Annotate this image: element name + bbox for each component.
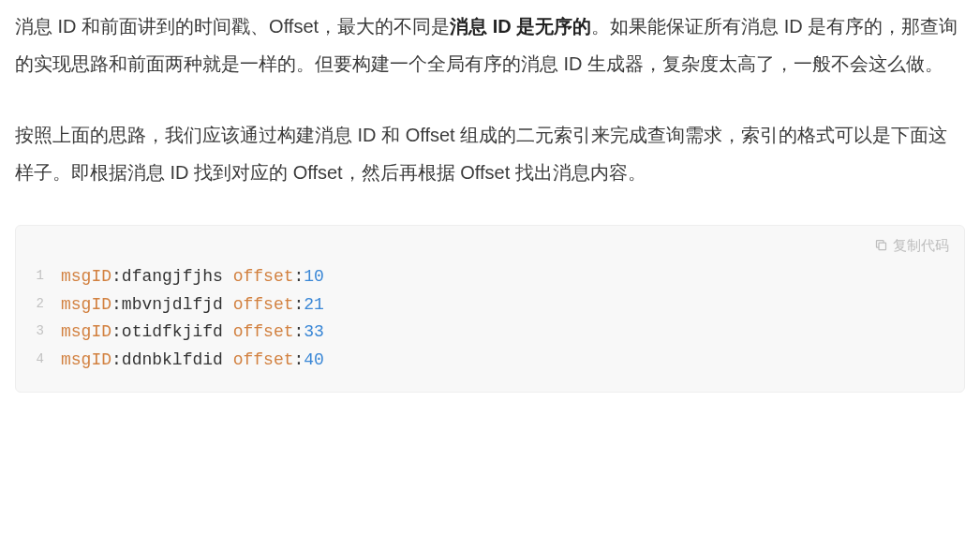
para1-text-before: 消息 ID 和前面讲到的时间戳、Offset，最大的不同是 bbox=[15, 16, 450, 37]
code-text: msgID:dfangjfjhs offset:10 bbox=[61, 263, 324, 291]
copy-code-button[interactable]: 复制代码 bbox=[874, 237, 949, 255]
line-number: 1 bbox=[29, 263, 61, 291]
copy-icon bbox=[874, 238, 888, 255]
code-text: msgID:mbvnjdlfjd offset:21 bbox=[61, 291, 324, 320]
code-line: 2msgID:mbvnjdlfjd offset:21 bbox=[29, 291, 951, 320]
line-number: 2 bbox=[29, 291, 61, 320]
para1-bold: 消息 ID 是无序的 bbox=[450, 16, 591, 37]
code-text: msgID:otidfkjifd offset:33 bbox=[61, 319, 324, 347]
code-line: 1msgID:dfangjfjhs offset:10 bbox=[29, 263, 951, 291]
paragraph-2: 按照上面的思路，我们应该通过构建消息 ID 和 Offset 组成的二元索引来完… bbox=[15, 116, 965, 191]
code-lines: 1msgID:dfangjfjhs offset:102msgID:mbvnjd… bbox=[29, 263, 951, 375]
code-block: 复制代码 1msgID:dfangjfjhs offset:102msgID:m… bbox=[15, 225, 965, 393]
copy-code-label: 复制代码 bbox=[893, 237, 949, 255]
code-line: 4msgID:ddnbklfdid offset:40 bbox=[29, 347, 951, 375]
line-number: 3 bbox=[29, 319, 61, 347]
line-number: 4 bbox=[29, 347, 61, 375]
paragraph-1: 消息 ID 和前面讲到的时间戳、Offset，最大的不同是消息 ID 是无序的。… bbox=[15, 7, 965, 82]
code-line: 3msgID:otidfkjifd offset:33 bbox=[29, 319, 951, 347]
code-text: msgID:ddnbklfdid offset:40 bbox=[61, 347, 324, 375]
svg-rect-0 bbox=[879, 243, 886, 250]
